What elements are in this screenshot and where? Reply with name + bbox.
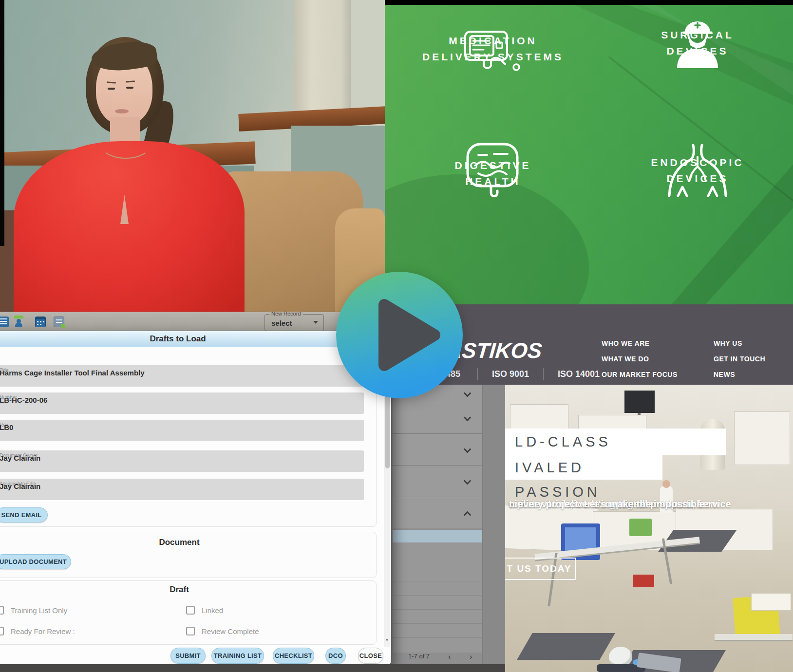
calendar-icon[interactable] [35, 317, 46, 327]
field-value: Jay Clairain [0, 482, 40, 490]
checkbox-label: Linked [202, 606, 223, 615]
market-focus-panel: MEDICATION DELIVERY SYSTEMS SURGICAL DEV… [385, 0, 793, 312]
nav-news[interactable]: NEWS [714, 371, 735, 378]
assigned-to-edit-field[interactable]: Assigned to Edit Jay Clairain [0, 479, 364, 500]
new-record-select[interactable]: New Record select [264, 314, 324, 331]
submit-button[interactable]: SUBMIT [170, 648, 206, 664]
number-field[interactable]: Number LB-HC-200-06 [0, 392, 364, 414]
new-record-label: New Record [269, 312, 303, 317]
document-owner-field[interactable]: Document Owner Jay Clairain [0, 450, 364, 472]
checklist-button[interactable]: CHECKLIST [273, 648, 314, 664]
monitor [624, 391, 655, 413]
hero-headline-line2: IVALED PASSION [505, 455, 662, 504]
training-list-button[interactable]: TRAINING LIST [211, 648, 264, 664]
new-record-value: select [271, 319, 292, 327]
checkbox-label: Ready For Review : [11, 627, 75, 635]
steel-table [715, 634, 793, 640]
clipboard-icon[interactable] [54, 317, 64, 327]
bin-lid [751, 593, 791, 611]
dropdown-arrow-icon [313, 321, 318, 324]
red-blouse [14, 141, 245, 312]
divider [543, 368, 544, 380]
draft-section-title: Draft [0, 585, 377, 595]
title-field[interactable]: Title Harms Cage Installer Tool Final As… [0, 365, 364, 387]
interview-photo [0, 0, 385, 312]
necklace [100, 129, 151, 159]
close-button[interactable]: CLOSE [358, 648, 383, 664]
hero-headline-box2: IVALED PASSION [505, 455, 662, 480]
drafts-to-load-dialog: Drafts to Load × Title Harms Cage Instal… [0, 331, 391, 666]
decorative-shape [507, 0, 793, 212]
linked-checkbox[interactable] [186, 606, 195, 615]
nav-get-in-touch[interactable]: GET IN TOUCH [714, 355, 765, 363]
iso-badge: ISO 14001 [558, 369, 600, 379]
play-icon [336, 272, 463, 398]
nav-what-we-do[interactable]: WHAT WE DO [602, 355, 649, 363]
review-complete-checkbox[interactable] [186, 627, 195, 635]
market-item-label: MEDICATION DELIVERY SYSTEMS [422, 33, 564, 65]
eye [126, 87, 133, 89]
user-icon[interactable] [14, 317, 24, 327]
hero-paragraph-line: n every project. Let's make the impossib… [509, 498, 705, 511]
training-list-only-checkbox[interactable] [0, 606, 4, 615]
scroll-down-icon[interactable]: ▼ [384, 638, 390, 642]
play-button[interactable] [336, 272, 463, 398]
document-section-title: Document [0, 538, 377, 547]
frame-edge [0, 0, 4, 246]
dialog-header: Drafts to Load × [0, 331, 391, 347]
checkbox-label: Training List Only [11, 606, 67, 615]
field-value: Harms Cage Installer Tool Final Assembly [0, 369, 145, 377]
field-value: LB-HC-200-06 [0, 396, 47, 404]
dialog-title: Drafts to Load [0, 331, 391, 347]
nav-our-market-focus[interactable]: OUR MARKET FOCUS [602, 371, 678, 378]
eye [108, 88, 115, 90]
rev-field[interactable]: Rev LB0 [0, 420, 364, 441]
send-email-button[interactable]: SEND EMAIL [0, 507, 48, 523]
checkbox-label: Review Complete [202, 627, 259, 635]
divider [477, 368, 478, 380]
red-bin [633, 575, 654, 587]
upload-document-button[interactable]: UPLOAD DOCUMENT [0, 554, 71, 569]
field-value: LB0 [0, 423, 13, 431]
ready-for-review-checkbox[interactable] [0, 627, 4, 635]
nav-who-we-are[interactable]: WHO WE ARE [602, 339, 650, 347]
market-item-label: SURGICAL DEVICES [661, 27, 734, 59]
letterbox-bar [385, 0, 793, 5]
machine [734, 411, 790, 465]
market-item-label: ENDOSCOPIC DEVICES [651, 155, 744, 187]
hero-headline-box: LD-CLASS EXPERIENCE. [505, 429, 726, 455]
green-cart [629, 519, 652, 536]
field-value: Jay Clairain [0, 454, 40, 462]
iso-badge: ISO 9001 [492, 369, 529, 379]
floor-mat [517, 633, 615, 660]
site-hero: LD-CLASS EXPERIENCE. IVALED PASSION to i… [505, 385, 793, 672]
contact-us-today-button[interactable]: T US TODAY [505, 558, 576, 580]
lips [115, 109, 129, 113]
table-view-icon[interactable] [0, 317, 9, 327]
nav-why-us[interactable]: WHY US [714, 339, 742, 347]
dco-button[interactable]: DCO [325, 648, 346, 664]
market-item-label: DIGESTIVE HEALTH [454, 158, 531, 189]
video-frame: MEDICATION DELIVERY SYSTEMS SURGICAL DEV… [0, 0, 793, 672]
blue-monitor-screen [565, 527, 596, 551]
